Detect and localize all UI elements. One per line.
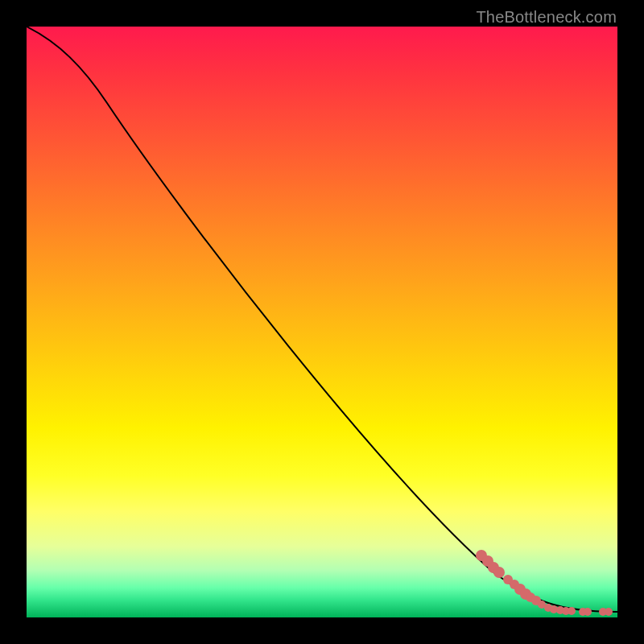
chart-dot bbox=[568, 607, 576, 615]
chart-plot-area bbox=[27, 27, 617, 617]
chart-dot bbox=[605, 608, 613, 616]
chart-curve bbox=[27, 27, 617, 617]
chart-dot bbox=[584, 608, 592, 616]
watermark-text: TheBottleneck.com bbox=[476, 8, 617, 27]
